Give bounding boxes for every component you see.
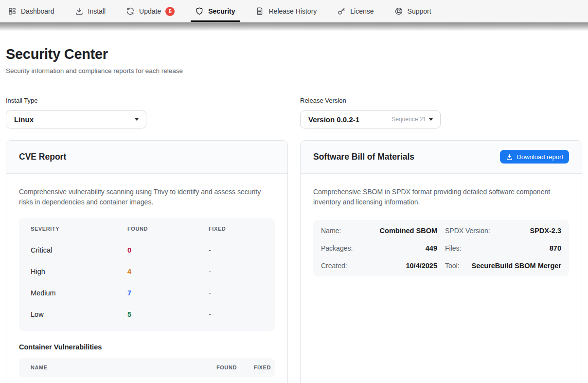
info-label: Files: (445, 244, 461, 252)
sbom-info-grid: Name: Combined SBOM SPDX Version: SPDX-2… (313, 220, 569, 276)
container-vulnerabilities-table-header: NAME FOUND FIXED (19, 358, 275, 377)
info-label: Name: (321, 227, 341, 235)
install-type-value: Linux (14, 115, 135, 124)
filters-row: Install Type Linux Release Version Versi… (6, 97, 582, 128)
info-label: Tool: (445, 262, 460, 270)
info-value: 449 (426, 244, 437, 252)
table-row: Low 5 - (31, 304, 263, 325)
key-icon (337, 7, 346, 16)
sbom-info-spdx-version: SPDX Version: SPDX-2.3 (445, 222, 561, 239)
nav-item-security[interactable]: Security (195, 0, 235, 22)
sbom-description: Comprehensive SBOM in SPDX format provid… (313, 187, 569, 208)
dashboard-grid-icon (8, 7, 17, 16)
severity-name: High (31, 268, 127, 275)
release-version-value: Version 0.0.2-1 (308, 115, 392, 124)
cve-report-card: CVE Report Comprehensive vulnerability s… (6, 140, 288, 383)
document-icon (255, 7, 264, 16)
active-tab-indicator (191, 20, 240, 22)
page-title: Security Center (6, 47, 582, 62)
name-column-header: NAME (31, 365, 208, 370)
nav-item-install[interactable]: Install (75, 0, 106, 22)
chevron-down-icon (429, 118, 433, 121)
found-count: 7 (127, 289, 209, 297)
table-row: High 4 - (31, 261, 263, 282)
sbom-info-created: Created: 10/4/2025 (321, 257, 437, 274)
download-icon (75, 7, 84, 16)
found-count: 0 (127, 246, 209, 254)
nav-item-dashboard[interactable]: Dashboard (8, 0, 54, 22)
cve-report-body: Comprehensive vulnerability scanning usi… (6, 174, 287, 383)
nav-label: Support (408, 7, 431, 15)
shield-icon (195, 7, 204, 16)
fixed-count: - (209, 310, 263, 318)
severity-name: Medium (31, 289, 127, 297)
info-label: Created: (321, 262, 347, 270)
install-type-filter: Install Type Linux (6, 97, 288, 128)
found-column-header: FOUND (127, 226, 209, 232)
sbom-info-name: Name: Combined SBOM (321, 222, 437, 239)
severity-table: SEVERITY FOUND FIXED Critical 0 - High 4 (19, 218, 275, 331)
install-type-label: Install Type (6, 97, 288, 104)
cve-report-title: CVE Report (19, 152, 66, 162)
download-report-label: Download report (517, 153, 563, 161)
report-cards: CVE Report Comprehensive vulnerability s… (6, 140, 582, 383)
cve-report-description: Comprehensive vulnerability scanning usi… (19, 187, 275, 208)
sequence-label: Sequence 21 (392, 116, 426, 123)
sbom-info-files: Files: 870 (445, 239, 561, 257)
fixed-count: - (209, 246, 263, 254)
nav-item-release-history[interactable]: Release History (255, 0, 317, 22)
sbom-header: Software Bill of Materials Download repo… (301, 141, 582, 174)
sbom-info-tool: Tool: SecureBuild SBOM Merger (445, 257, 561, 274)
install-type-select[interactable]: Linux (6, 110, 146, 128)
security-center-page: Dashboard Install Update 5 (0, 0, 588, 383)
info-value: SPDX-2.3 (530, 227, 561, 235)
fixed-count: - (209, 268, 263, 275)
release-version-select[interactable]: Version 0.0.2-1 Sequence 21 (300, 110, 441, 128)
nav-item-update[interactable]: Update 5 (126, 0, 175, 22)
info-value: Combined SBOM (380, 227, 437, 235)
fixed-count: - (209, 289, 263, 297)
severity-column-header: SEVERITY (31, 226, 127, 232)
nav-label: License (350, 7, 374, 15)
header-shadow (0, 22, 588, 31)
download-icon (506, 153, 513, 161)
fixed-column-header: FIXED (237, 365, 271, 370)
release-version-label: Release Version (300, 97, 582, 104)
info-value: 870 (550, 244, 561, 252)
download-report-button[interactable]: Download report (500, 150, 569, 164)
info-label: Packages: (321, 244, 353, 252)
nav-label: Release History (268, 7, 317, 15)
sbom-title: Software Bill of Materials (313, 152, 414, 162)
nav-label: Install (88, 7, 106, 15)
found-column-header: FOUND (208, 365, 237, 370)
info-label: SPDX Version: (445, 227, 490, 235)
table-row: Critical 0 - (31, 239, 263, 261)
refresh-icon (126, 7, 135, 16)
nav-item-license[interactable]: License (337, 0, 374, 22)
severity-table-header: SEVERITY FOUND FIXED (31, 226, 263, 239)
found-count: 5 (127, 310, 209, 318)
main-content: Security Center Security information and… (0, 47, 588, 383)
container-vulnerabilities-title: Container Vulnerabilities (19, 343, 275, 351)
chevron-down-icon (135, 118, 139, 121)
sbom-body: Comprehensive SBOM in SPDX format provid… (301, 174, 582, 289)
lifebuoy-icon (394, 7, 403, 16)
info-value: 10/4/2025 (406, 262, 437, 270)
sbom-card: Software Bill of Materials Download repo… (300, 140, 582, 383)
nav-label: Update (139, 7, 161, 15)
update-count-badge: 5 (165, 7, 175, 16)
page-subtitle: Security information and compliance repo… (6, 67, 582, 74)
top-navigation: Dashboard Install Update 5 (0, 0, 588, 22)
nav-label: Dashboard (21, 7, 54, 15)
sbom-info-packages: Packages: 449 (321, 239, 437, 257)
table-row: Medium 7 - (31, 282, 263, 304)
found-count: 4 (127, 268, 209, 275)
nav-item-support[interactable]: Support (394, 0, 431, 22)
severity-name: Critical (31, 246, 127, 254)
info-value: SecureBuild SBOM Merger (471, 262, 561, 270)
fixed-column-header: FIXED (209, 226, 263, 232)
nav-label: Security (208, 7, 235, 15)
severity-name: Low (31, 310, 127, 318)
cve-report-header: CVE Report (6, 141, 287, 174)
release-version-filter: Release Version Version 0.0.2-1 Sequence… (300, 97, 582, 128)
